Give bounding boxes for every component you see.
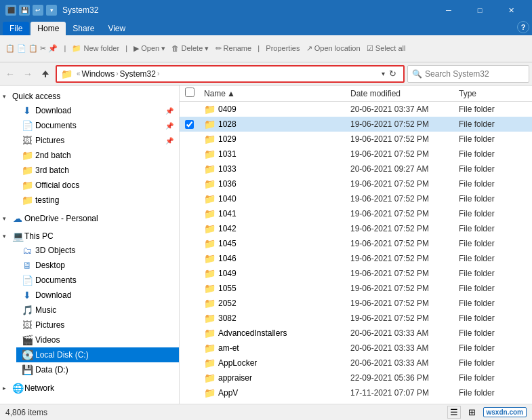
view-large-btn[interactable]: ⊞ [466, 406, 478, 418]
table-row[interactable]: 📁 1049 19-06-2021 07:52 PM File folder [180, 266, 532, 281]
table-row[interactable]: 📁 AppLocker 20-06-2021 03:33 AM File fol… [180, 356, 532, 370]
sidebar-label: testing [35, 195, 173, 205]
row-name: 📁 1041 [201, 208, 350, 219]
breadcrumb-windows[interactable]: Windows [82, 69, 115, 79]
table-row[interactable]: 📁 1040 19-06-2021 07:52 PM File folder [180, 191, 532, 206]
sidebar-item-pictures2[interactable]: 🖼 Pictures [16, 318, 179, 332]
tab-home[interactable]: Home [30, 22, 66, 35]
header-sort-arrow: ▲ [227, 89, 235, 98]
table-row[interactable]: 📁 1033 20-06-2021 09:27 AM File folder [180, 161, 532, 176]
maximize-button[interactable]: □ [464, 0, 495, 20]
file-name: AppLocker [218, 358, 257, 368]
pin-icon: 📌 [165, 122, 173, 130]
search-input[interactable] [425, 69, 525, 79]
network-header[interactable]: ▸ 🌐 Network [0, 380, 179, 395]
sidebar-item-2nd-batch[interactable]: 📁 2nd batch [16, 148, 179, 163]
pictures2-icon: 🖼 [22, 320, 33, 330]
table-row[interactable]: 📁 1046 19-06-2021 07:52 PM File folder [180, 251, 532, 266]
view-detail-btn[interactable]: ☰ [447, 406, 461, 419]
sidebar-item-desktop[interactable]: 🖥 Desktop [16, 258, 179, 273]
sidebar-item-pictures[interactable]: 🖼 Pictures 📌 [16, 133, 179, 148]
onedrive-label: OneDrive - Personal [24, 214, 98, 223]
table-row[interactable]: 📁 1031 19-06-2021 07:52 PM File folder [180, 147, 532, 161]
onedrive-header[interactable]: ▾ ☁ OneDrive - Personal [0, 210, 179, 225]
sidebar-item-download[interactable]: ⬇ Download 📌 [16, 103, 179, 118]
table-row[interactable]: 📁 0409 20-06-2021 03:37 AM File folder [180, 102, 532, 117]
close-button[interactable]: ✕ [495, 0, 527, 20]
row-name: 📁 2052 [201, 298, 350, 309]
file-name: 0409 [218, 104, 237, 114]
table-row[interactable]: 📁 1055 19-06-2021 07:52 PM File folder [180, 281, 532, 296]
sidebar-item-testing[interactable]: 📁 testing [16, 193, 179, 208]
table-row[interactable]: 📁 1042 19-06-2021 07:52 PM File folder [180, 221, 532, 236]
table-row[interactable]: 📁 appraiser 22-09-2021 05:36 PM File fol… [180, 370, 532, 385]
folder-icon: 📁 [204, 178, 216, 189]
item-count: 4,806 items [5, 408, 47, 417]
table-row[interactable]: 📁 am-et 20-06-2021 03:33 AM File folder [180, 341, 532, 356]
refresh-button[interactable]: ↻ [386, 69, 399, 79]
brand-logo: wsxdn.com [483, 407, 527, 417]
up-button[interactable] [38, 65, 53, 83]
quick-access-header[interactable]: ▾ Quick access [0, 88, 179, 103]
row-check[interactable] [185, 120, 194, 129]
file-name: ar-SA [218, 403, 239, 404]
ribbon-content: 📋 📄 📋 ✂ 📌 | 📁 New folder | ▶ Open ▾ 🗑 De… [5, 44, 405, 53]
breadcrumb-system32[interactable]: System32 [120, 69, 156, 79]
row-name: 📁 1055 [201, 283, 350, 294]
table-row[interactable]: 📁 1028 19-06-2021 07:52 PM File folder [180, 117, 532, 132]
sidebar-item-documents[interactable]: 📄 Documents 📌 [16, 118, 179, 133]
row-type: File folder [459, 104, 527, 114]
header-date[interactable]: Date modified [350, 89, 459, 98]
row-date: 19-06-2021 07:52 PM [350, 149, 459, 159]
row-type: File folder [459, 373, 527, 383]
sidebar-label: Pictures [35, 320, 173, 330]
address-bar[interactable]: 📁 « Windows › System32 › ▾ ↻ [56, 65, 405, 83]
forward-button[interactable]: → [20, 65, 35, 83]
tab-share[interactable]: Share [66, 22, 101, 35]
table-row[interactable]: 📁 ar-SA 20-06-2021 03:37 AM File folder [180, 400, 532, 404]
sidebar-item-music[interactable]: 🎵 Music [16, 303, 179, 318]
sidebar-item-datad[interactable]: 💾 Data (D:) [16, 362, 179, 377]
localdisk-icon: 💽 [22, 349, 33, 360]
back-button[interactable]: ← [3, 65, 18, 83]
folder-icon: 📁 [204, 253, 216, 264]
sidebar-item-official-docs[interactable]: 📁 Official docs [16, 178, 179, 193]
help-button[interactable]: ? [517, 21, 529, 33]
address-dropdown-button[interactable]: ▾ [380, 70, 386, 77]
table-row[interactable]: 📁 3082 19-06-2021 07:52 PM File folder [180, 311, 532, 326]
sidebar-item-3rd-batch[interactable]: 📁 3rd batch [16, 163, 179, 178]
row-date: 20-06-2021 03:37 AM [350, 403, 459, 404]
row-date: 19-06-2021 07:52 PM [350, 209, 459, 218]
row-type: File folder [459, 284, 527, 293]
tab-view[interactable]: View [101, 22, 132, 35]
pin-icon: 📌 [165, 107, 173, 115]
thispc-header[interactable]: ▾ 💻 This PC [0, 228, 179, 243]
tab-file[interactable]: File [3, 22, 29, 35]
sidebar-label: 2nd batch [35, 151, 173, 160]
folder-icon: 📁 [204, 164, 216, 174]
row-type: File folder [459, 358, 527, 368]
dropdown-icon: ▾ [46, 5, 57, 16]
table-row[interactable]: 📁 1041 19-06-2021 07:52 PM File folder [180, 206, 532, 221]
header-name[interactable]: Name ▲ [201, 89, 350, 98]
header-type[interactable]: Type [459, 89, 527, 98]
table-row[interactable]: 📁 AdvancedInstallers 20-06-2021 03:33 AM… [180, 326, 532, 341]
folder-icon: 📁 [204, 283, 216, 294]
row-date: 19-06-2021 07:52 PM [350, 269, 459, 278]
table-row[interactable]: 📁 2052 19-06-2021 07:52 PM File folder [180, 296, 532, 311]
sidebar-item-documents2[interactable]: 📄 Documents [16, 273, 179, 288]
select-all-checkbox[interactable] [185, 88, 195, 97]
sidebar-item-videos[interactable]: 🎬 Videos [16, 332, 179, 347]
table-row[interactable]: 📁 1029 19-06-2021 07:52 PM File folder [180, 132, 532, 147]
file-name: 1036 [218, 179, 237, 189]
minimize-button[interactable]: ─ [433, 0, 464, 20]
sidebar-item-download2[interactable]: ⬇ Download [16, 288, 179, 303]
sidebar-item-3dobjects[interactable]: 🗂 3D Objects [16, 243, 179, 258]
folder-icon: 📁 [204, 238, 216, 249]
table-row[interactable]: 📁 1036 19-06-2021 07:52 PM File folder [180, 176, 532, 191]
sidebar-item-localdisk[interactable]: 💽 Local Disk (C:) [16, 347, 179, 362]
table-row[interactable]: 📁 AppV 17-11-2021 07:07 PM File folder [180, 385, 532, 400]
file-name: AdvancedInstallers [218, 328, 287, 338]
table-row[interactable]: 📁 1045 19-06-2021 07:52 PM File folder [180, 236, 532, 251]
row-date: 17-11-2021 07:07 PM [350, 388, 459, 398]
